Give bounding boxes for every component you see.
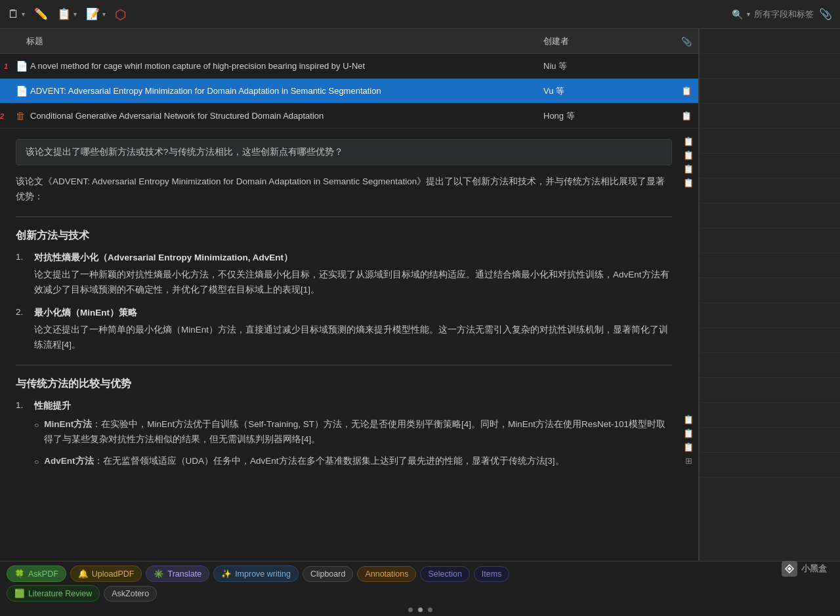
sidebar-row bbox=[700, 303, 840, 328]
copy-button[interactable]: 📋 bbox=[680, 149, 697, 161]
list-item: 对抗性熵最小化（Adversarial Entropy Minimization… bbox=[16, 252, 672, 298]
sub-label: AdvEnt方法 bbox=[44, 456, 93, 466]
items-button[interactable]: Items bbox=[474, 566, 510, 582]
askpdf-button[interactable]: 🍀 AskPDF bbox=[7, 565, 66, 582]
item-index: 1 bbox=[4, 62, 16, 70]
section1-item1-body: 论文提出了一种新颖的对抗性熵最小化方法，不仅关注熵最小化目标，还实现了从源域到目… bbox=[34, 268, 672, 298]
item-creator: Niu 等 bbox=[543, 60, 675, 72]
toolbar-right: 🔍 ▾ 所有字段和标签 📎 bbox=[732, 8, 832, 20]
logo-icon bbox=[783, 562, 796, 575]
copy-button[interactable]: 📋 bbox=[680, 163, 697, 175]
section-divider bbox=[16, 216, 672, 217]
column-headers: 标题 创建者 📎 bbox=[0, 29, 698, 54]
items-label: Items bbox=[482, 569, 502, 579]
answer-intro: 该论文《ADVENT: Adversarial Entropy Minimiza… bbox=[16, 175, 672, 205]
search-chevron-icon: ▾ bbox=[747, 10, 750, 18]
sidebar-row bbox=[700, 104, 840, 129]
sidebar-row bbox=[700, 453, 840, 478]
sidebar-row bbox=[700, 353, 840, 378]
uploadpdf-button[interactable]: 🔔 UploadPDF bbox=[70, 565, 142, 582]
section2-heading: 与传统方法的比较与优势 bbox=[16, 377, 682, 391]
list-item: 最小化熵（MinEnt）策略 论文还提出了一种简单的最小化熵（MinEnt）方法… bbox=[16, 307, 672, 353]
copy-button[interactable]: 📋 bbox=[680, 135, 697, 148]
sidebar-row bbox=[700, 54, 840, 79]
list-item-content: 最小化熵（MinEnt）策略 论文还提出了一种简单的最小化熵（MinEnt）方法… bbox=[34, 307, 672, 353]
improve-writing-button[interactable]: ✨ Improve writing bbox=[213, 565, 299, 582]
sidebar-row bbox=[700, 29, 840, 54]
sidebar-row bbox=[700, 378, 840, 403]
selection-button[interactable]: Selection bbox=[420, 566, 469, 582]
add-attachment-button[interactable]: 📋 ▾ bbox=[57, 7, 77, 21]
list-item[interactable]: 📄 ADVENT: Adversarial Entropy Minimizati… bbox=[0, 79, 698, 104]
sidebar-row bbox=[700, 79, 840, 104]
toolbar-left: 🗒 ▾ ✏️ 📋 ▾ 📝 ▾ ⬡ bbox=[8, 7, 126, 22]
section1-heading: 创新方法与技术 bbox=[16, 229, 682, 243]
list-item: 性能提升 MinEnt方法：在实验中，MinEnt方法优于自训练（Self-Tr… bbox=[16, 400, 672, 476]
ai-icon: ⬡ bbox=[115, 7, 126, 22]
sub-list-item: AdvEnt方法：在无监督领域适应（UDA）任务中，AdvEnt方法在多个基准数… bbox=[34, 454, 672, 469]
more-button[interactable]: 📝 ▾ bbox=[86, 7, 106, 21]
more-chevron-icon: ▾ bbox=[102, 10, 106, 18]
clipboard-button[interactable]: Clipboard bbox=[303, 566, 354, 582]
pdf-icon: 📄 bbox=[16, 60, 30, 72]
pagination-dot bbox=[408, 607, 413, 612]
section1-list: 对抗性熵最小化（Adversarial Entropy Minimization… bbox=[16, 252, 672, 353]
translate-button[interactable]: ✳️ Translate bbox=[146, 565, 209, 582]
search-area[interactable]: 🔍 ▾ 所有字段和标签 bbox=[732, 9, 814, 20]
askzotero-button[interactable]: AskZotero bbox=[104, 586, 157, 602]
question-text: 该论文提出了哪些创新方法或技术?与传统方法相比，这些创新点有哪些优势？ bbox=[26, 147, 343, 157]
translate-label: Translate bbox=[167, 569, 201, 579]
search-label: 所有字段和标签 bbox=[754, 9, 814, 20]
sidebar-row bbox=[700, 428, 840, 453]
selection-label: Selection bbox=[428, 569, 461, 579]
copy-button[interactable]: 📋 bbox=[680, 413, 697, 426]
sidebar-row bbox=[700, 178, 840, 203]
sub-list: MinEnt方法：在实验中，MinEnt方法优于自训练（Self-Trainin… bbox=[34, 417, 672, 469]
list-item-content: 性能提升 MinEnt方法：在实验中，MinEnt方法优于自训练（Self-Tr… bbox=[34, 400, 672, 476]
main-area: 标题 创建者 📎 1 📄 A novel method for cage whi… bbox=[0, 29, 840, 561]
sidebar-row bbox=[700, 403, 840, 428]
uploadpdf-icon: 🔔 bbox=[78, 569, 89, 579]
attachment-chevron-icon: ▾ bbox=[74, 10, 77, 18]
askzotero-label: AskZotero bbox=[112, 589, 149, 598]
attach-column-header: 📎 bbox=[675, 35, 698, 47]
literature-review-button[interactable]: 🟩 Literature Review bbox=[7, 585, 100, 602]
list-item-content: 对抗性熵最小化（Adversarial Entropy Minimization… bbox=[34, 252, 672, 298]
doc-icon: 📄 bbox=[16, 85, 30, 97]
search-icon: 🔍 bbox=[732, 9, 743, 20]
list-item[interactable]: 2 🗑 Conditional Generative Adversarial N… bbox=[0, 104, 698, 129]
library-list: 1 📄 A novel method for cage whirl motion… bbox=[0, 54, 698, 129]
trash-icon: 🗑 bbox=[16, 110, 30, 121]
section1-item2-body: 论文还提出了一种简单的最小化熵（MinEnt）方法，直接通过减少目标域预测的熵来… bbox=[34, 323, 672, 353]
title-column-header: 标题 bbox=[0, 35, 543, 47]
literature-icon: 🟩 bbox=[14, 588, 25, 598]
section2-item1-title: 性能提升 bbox=[34, 400, 672, 412]
new-item-chevron-icon: ▾ bbox=[22, 10, 25, 18]
copy-buttons-col: 📋 📋 📋 📋 📋 📋 📋 ⊞ bbox=[679, 129, 698, 474]
annotations-button[interactable]: Annotations bbox=[357, 566, 416, 582]
list-item[interactable]: 1 📄 A novel method for cage whirl motion… bbox=[0, 54, 698, 79]
item-attach: 📋 bbox=[675, 111, 698, 121]
pagination-dot bbox=[428, 607, 432, 612]
sidebar-row bbox=[700, 278, 840, 303]
uploadpdf-label: UploadPDF bbox=[92, 569, 135, 579]
new-item-button[interactable]: 🗒 ▾ bbox=[8, 8, 25, 21]
edit-button[interactable]: ✏️ bbox=[34, 7, 48, 21]
copy-button[interactable]: 📋 bbox=[680, 176, 697, 189]
grid-button[interactable]: ⊞ bbox=[680, 455, 697, 467]
askpdf-label: AskPDF bbox=[28, 569, 58, 579]
literature-label: Literature Review bbox=[28, 589, 92, 598]
section1-item1-title: 对抗性熵最小化（Adversarial Entropy Minimization… bbox=[34, 252, 672, 264]
sub-text: ：在无监督领域适应（UDA）任务中，AdvEnt方法在多个基准数据集上达到了最先… bbox=[94, 456, 564, 466]
copy-button[interactable]: 📋 bbox=[680, 441, 697, 453]
sub-item-text: AdvEnt方法：在无监督领域适应（UDA）任务中，AdvEnt方法在多个基准数… bbox=[44, 454, 564, 469]
watermark-text: 小黑盒 bbox=[801, 563, 827, 575]
watermark-logo bbox=[782, 561, 797, 577]
copy-button[interactable]: 📋 bbox=[680, 427, 697, 440]
question-box: 该论文提出了哪些创新方法或技术?与传统方法相比，这些创新点有哪些优势？ bbox=[16, 139, 672, 165]
translate-icon: ✳️ bbox=[154, 569, 164, 579]
pagination-dot-active bbox=[418, 607, 423, 612]
ai-button[interactable]: ⬡ bbox=[115, 7, 126, 22]
sub-text: ：在实验中，MinEnt方法优于自训练（Self-Training, ST）方法… bbox=[44, 419, 665, 444]
bottom-toolbar: 🍀 AskPDF 🔔 UploadPDF ✳️ Translate ✨ Impr… bbox=[0, 561, 840, 616]
